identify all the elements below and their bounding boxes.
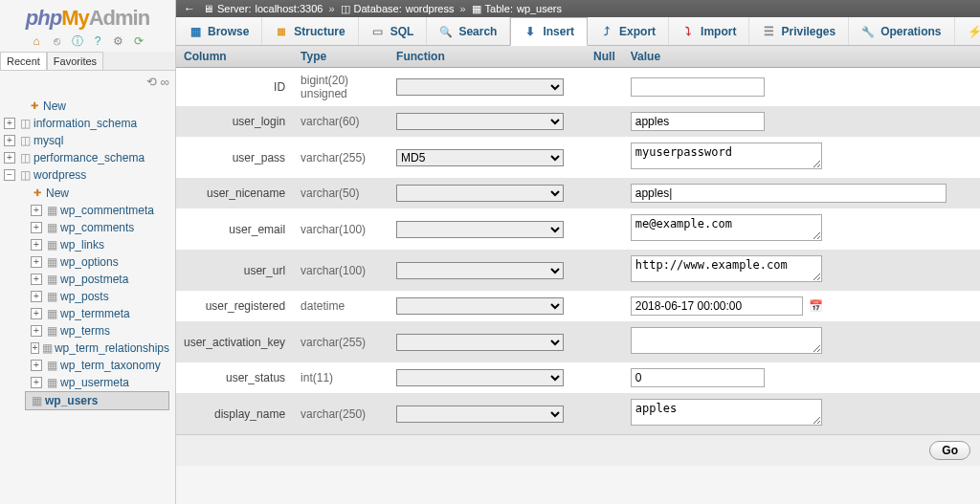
- function-select[interactable]: [396, 369, 564, 386]
- field-name: user_status: [176, 362, 293, 393]
- breadcrumb-server[interactable]: localhost:3306: [255, 3, 323, 14]
- database-icon: [18, 115, 32, 132]
- tab-browse[interactable]: Browse: [176, 17, 262, 45]
- logo[interactable]: phpMyAdmin: [0, 0, 175, 33]
- tree-table[interactable]: wp_usermeta: [60, 374, 129, 391]
- nav-back-icon[interactable]: ←: [180, 2, 199, 15]
- null-cell: [586, 106, 623, 137]
- tab-export[interactable]: Export: [588, 17, 669, 45]
- tree-table[interactable]: wp_commentmeta: [60, 202, 154, 219]
- tab-favorites[interactable]: Favorites: [47, 52, 103, 70]
- expand-icon[interactable]: [31, 256, 42, 268]
- reload-icon[interactable]: [131, 34, 146, 48]
- value-input[interactable]: [631, 184, 947, 203]
- tree-table[interactable]: wp_term_relationships: [55, 340, 169, 357]
- docs-icon[interactable]: [70, 34, 85, 48]
- value-input[interactable]: apples: [631, 399, 822, 426]
- value-input[interactable]: myuserpassword: [631, 142, 822, 169]
- field-name: user_nicename: [176, 178, 293, 208]
- tab-privileges[interactable]: Privileges: [749, 17, 849, 45]
- tree-table[interactable]: wp_users: [45, 392, 98, 409]
- field-type: varchar(250): [293, 393, 389, 434]
- new-icon: [31, 184, 44, 202]
- tree-table[interactable]: wp_posts: [60, 288, 109, 305]
- collapse-icon[interactable]: [4, 169, 15, 181]
- export-icon: [600, 25, 613, 38]
- expand-icon[interactable]: [31, 274, 42, 285]
- expand-icon[interactable]: [31, 308, 42, 319]
- field-type: bigint(20) unsigned: [293, 68, 389, 107]
- expand-icon[interactable]: [31, 325, 42, 337]
- value-input[interactable]: [631, 77, 765, 97]
- function-select[interactable]: [396, 297, 564, 315]
- null-cell: [586, 362, 623, 393]
- tab-triggers[interactable]: Triggers: [955, 17, 980, 45]
- field-name: user_email: [176, 208, 293, 250]
- function-select[interactable]: [396, 113, 564, 130]
- breadcrumb-database[interactable]: wordpress: [406, 3, 455, 14]
- tree-table[interactable]: wp_links: [60, 236, 104, 253]
- tree-db[interactable]: information_schema: [33, 115, 137, 132]
- expand-icon[interactable]: [4, 152, 15, 164]
- tab-import[interactable]: Import: [669, 17, 749, 45]
- table-icon: [45, 253, 58, 271]
- tree-table[interactable]: wp_terms: [60, 322, 110, 340]
- database-icon: [18, 166, 32, 184]
- function-select[interactable]: [396, 185, 564, 202]
- go-button[interactable]: Go: [929, 441, 970, 460]
- calendar-icon[interactable]: 📅: [809, 299, 823, 313]
- function-select[interactable]: [396, 262, 564, 279]
- value-input[interactable]: [631, 327, 822, 354]
- function-select[interactable]: MD5: [396, 149, 564, 166]
- th-null: Null: [586, 46, 623, 68]
- function-select[interactable]: [396, 334, 564, 351]
- tab-recent[interactable]: Recent: [0, 52, 47, 70]
- insert-row-user_email: user_emailvarchar(100)me@example.com: [176, 208, 980, 250]
- tab-operations[interactable]: Operations: [849, 17, 954, 45]
- tab-sql[interactable]: SQL: [359, 17, 428, 45]
- tree-new-db[interactable]: New: [43, 98, 66, 115]
- tree-table[interactable]: wp_options: [60, 253, 119, 271]
- expand-icon[interactable]: [4, 135, 15, 146]
- tab-structure[interactable]: Structure: [262, 17, 358, 45]
- function-select[interactable]: [396, 221, 564, 238]
- function-select[interactable]: [396, 405, 564, 423]
- value-input[interactable]: [631, 296, 803, 316]
- table-icon: [42, 340, 53, 357]
- tree-table[interactable]: wp_comments: [60, 219, 134, 236]
- expand-icon[interactable]: [31, 205, 42, 216]
- expand-icon[interactable]: [31, 360, 42, 371]
- tree-table[interactable]: wp_postmeta: [60, 271, 128, 288]
- tree-table[interactable]: wp_term_taxonomy: [60, 357, 161, 374]
- field-type: varchar(50): [293, 178, 389, 208]
- expand-icon[interactable]: [31, 342, 39, 354]
- value-input[interactable]: me@example.com: [631, 214, 822, 241]
- tab-insert[interactable]: Insert: [510, 17, 588, 46]
- th-type[interactable]: Type: [293, 46, 389, 68]
- tree-db[interactable]: mysql: [33, 132, 63, 149]
- value-input[interactable]: http://www.example.com: [631, 255, 822, 282]
- th-function[interactable]: Function: [389, 46, 586, 68]
- tree-db[interactable]: performance_schema: [33, 149, 145, 166]
- logout-icon[interactable]: [49, 34, 64, 48]
- settings-icon[interactable]: [111, 34, 126, 48]
- value-input[interactable]: [631, 112, 765, 131]
- tab-search[interactable]: Search: [427, 17, 510, 45]
- tree-new-table[interactable]: New: [46, 185, 69, 202]
- expand-icon[interactable]: [31, 222, 42, 233]
- breadcrumb-table[interactable]: wp_users: [517, 3, 562, 14]
- expand-icon[interactable]: [31, 291, 42, 302]
- help-icon[interactable]: [90, 34, 105, 48]
- expand-icon[interactable]: [31, 377, 42, 388]
- search-icon: [439, 25, 453, 38]
- insert-row-user_url: user_urlvarchar(100)http://www.example.c…: [176, 250, 980, 291]
- link-icon[interactable]: ⟲: [146, 75, 157, 89]
- collapse-icon[interactable]: ∞: [161, 75, 169, 89]
- value-input[interactable]: [631, 368, 765, 387]
- expand-icon[interactable]: [31, 239, 42, 251]
- expand-icon[interactable]: [4, 118, 15, 129]
- function-select[interactable]: [396, 78, 564, 96]
- tree-db-wordpress[interactable]: wordpress: [33, 166, 86, 184]
- home-icon[interactable]: [29, 34, 44, 48]
- tree-table[interactable]: wp_termmeta: [60, 305, 130, 322]
